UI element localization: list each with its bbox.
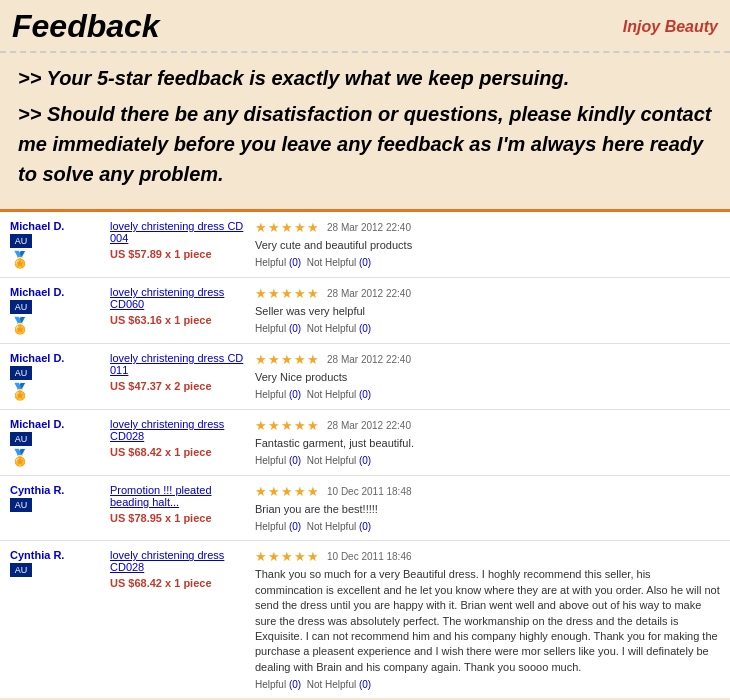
medal-icon: 🏅 <box>10 250 102 269</box>
flag-icon: AU <box>10 432 32 446</box>
not-helpful-label: Not Helpful <box>307 389 359 400</box>
review-date: 10 Dec 2011 18:48 <box>327 486 412 497</box>
product-name[interactable]: lovely christening dress CD028 <box>110 549 247 573</box>
user-name[interactable]: Cynthia R. <box>10 549 102 561</box>
user-col: Cynthia R.AU <box>10 484 110 512</box>
star-icon: ★ <box>255 220 267 235</box>
product-col: lovely christening dress CD 011US $47.37… <box>110 352 255 392</box>
flag-icon: AU <box>10 366 32 380</box>
product-name[interactable]: lovely christening dress CD 004 <box>110 220 247 244</box>
star-icon: ★ <box>294 286 306 301</box>
helpful-label: Helpful <box>255 389 289 400</box>
user-col: Cynthia R.AU <box>10 549 110 577</box>
page-title: Feedback <box>12 8 160 45</box>
user-name[interactable]: Michael D. <box>10 286 102 298</box>
user-name[interactable]: Cynthia R. <box>10 484 102 496</box>
user-name[interactable]: Michael D. <box>10 352 102 364</box>
star-icon: ★ <box>307 352 319 367</box>
product-col: lovely christening dress CD 004US $57.89… <box>110 220 255 260</box>
user-col: Michael D.AU🏅 <box>10 418 110 467</box>
helpful-no-link[interactable]: (0) <box>359 323 371 334</box>
star-icon: ★ <box>307 286 319 301</box>
review-date: 28 Mar 2012 22:40 <box>327 420 411 431</box>
product-col: lovely christening dress CD060US $63.16 … <box>110 286 255 326</box>
product-price: US $78.95 x 1 piece <box>110 512 247 524</box>
review-top: ★★★★★28 Mar 2012 22:40 <box>255 352 720 367</box>
user-flag: AU <box>10 563 102 577</box>
helpful-no-link[interactable]: (0) <box>359 257 371 268</box>
helpful-no-link[interactable]: (0) <box>359 455 371 466</box>
helpful-yes-link[interactable]: (0) <box>289 257 301 268</box>
user-flag: AU <box>10 366 102 380</box>
not-helpful-label: Not Helpful <box>307 323 359 334</box>
helpful-no-link[interactable]: (0) <box>359 521 371 532</box>
product-name[interactable]: lovely christening dress CD060 <box>110 286 247 310</box>
star-icon: ★ <box>294 549 306 564</box>
not-helpful-label: Not Helpful <box>307 257 359 268</box>
star-icon: ★ <box>294 484 306 499</box>
star-icon: ★ <box>281 220 293 235</box>
star-icon: ★ <box>294 220 306 235</box>
star-icon: ★ <box>255 484 267 499</box>
review-date: 28 Mar 2012 22:40 <box>327 354 411 365</box>
table-row: Cynthia R.AUPromotion !!! pleated beadin… <box>0 476 730 541</box>
review-col: ★★★★★28 Mar 2012 22:40Very Nice products… <box>255 352 720 400</box>
medal-icon: 🏅 <box>10 316 102 335</box>
star-icon: ★ <box>281 484 293 499</box>
helpful-yes-link[interactable]: (0) <box>289 679 301 690</box>
star-rating: ★★★★★ <box>255 484 319 499</box>
table-row: Michael D.AU🏅lovely christening dress CD… <box>0 212 730 278</box>
product-col: lovely christening dress CD028US $68.42 … <box>110 549 255 589</box>
product-col: lovely christening dress CD028US $68.42 … <box>110 418 255 458</box>
helpful-row: Helpful (0) Not Helpful (0) <box>255 455 720 466</box>
helpful-yes-link[interactable]: (0) <box>289 521 301 532</box>
star-icon: ★ <box>255 549 267 564</box>
review-col: ★★★★★10 Dec 2011 18:46Thank you so much … <box>255 549 720 690</box>
user-col: Michael D.AU🏅 <box>10 286 110 335</box>
review-text: Fantastic garment, just beautiful. <box>255 436 720 451</box>
review-text: Brian you are the best!!!!! <box>255 502 720 517</box>
star-icon: ★ <box>268 549 280 564</box>
star-icon: ★ <box>268 220 280 235</box>
helpful-no-link[interactable]: (0) <box>359 679 371 690</box>
helpful-yes-link[interactable]: (0) <box>289 455 301 466</box>
helpful-label: Helpful <box>255 521 289 532</box>
table-row: Cynthia R.AUlovely christening dress CD0… <box>0 541 730 698</box>
user-flag: AU <box>10 300 102 314</box>
star-rating: ★★★★★ <box>255 418 319 433</box>
star-icon: ★ <box>307 418 319 433</box>
motivational-line2: >> Should there be any disatisfaction or… <box>18 99 712 189</box>
product-name[interactable]: lovely christening dress CD028 <box>110 418 247 442</box>
review-top: ★★★★★10 Dec 2011 18:46 <box>255 549 720 564</box>
motivational-line1: >> Your 5-star feedback is exactly what … <box>18 63 712 93</box>
star-icon: ★ <box>307 220 319 235</box>
review-col: ★★★★★10 Dec 2011 18:48Brian you are the … <box>255 484 720 532</box>
helpful-label: Helpful <box>255 323 289 334</box>
review-top: ★★★★★10 Dec 2011 18:48 <box>255 484 720 499</box>
review-top: ★★★★★28 Mar 2012 22:40 <box>255 220 720 235</box>
product-price: US $47.37 x 2 piece <box>110 380 247 392</box>
page-header: Feedback Injoy Beauty <box>0 0 730 53</box>
star-icon: ★ <box>307 484 319 499</box>
star-icon: ★ <box>281 352 293 367</box>
product-col: Promotion !!! pleated beading halt...US … <box>110 484 255 524</box>
star-icon: ★ <box>294 352 306 367</box>
helpful-no-link[interactable]: (0) <box>359 389 371 400</box>
not-helpful-label: Not Helpful <box>307 679 359 690</box>
review-date: 28 Mar 2012 22:40 <box>327 288 411 299</box>
user-name[interactable]: Michael D. <box>10 220 102 232</box>
table-row: Michael D.AU🏅lovely christening dress CD… <box>0 344 730 410</box>
user-flag: AU <box>10 432 102 446</box>
helpful-label: Helpful <box>255 455 289 466</box>
helpful-row: Helpful (0) Not Helpful (0) <box>255 521 720 532</box>
review-text: Very Nice products <box>255 370 720 385</box>
flag-icon: AU <box>10 234 32 248</box>
helpful-yes-link[interactable]: (0) <box>289 389 301 400</box>
product-name[interactable]: lovely christening dress CD 011 <box>110 352 247 376</box>
product-name[interactable]: Promotion !!! pleated beading halt... <box>110 484 247 508</box>
helpful-row: Helpful (0) Not Helpful (0) <box>255 389 720 400</box>
helpful-yes-link[interactable]: (0) <box>289 323 301 334</box>
user-name[interactable]: Michael D. <box>10 418 102 430</box>
star-icon: ★ <box>281 286 293 301</box>
star-rating: ★★★★★ <box>255 220 319 235</box>
